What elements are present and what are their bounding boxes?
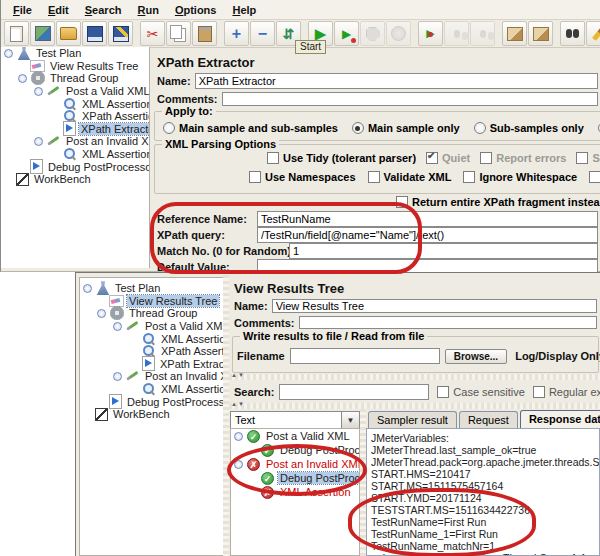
chevron-down-icon[interactable]: ▼ (341, 412, 359, 428)
tree-node-view-results-tree[interactable]: View Results Tree (1, 60, 149, 73)
expand-all-button[interactable]: + (224, 21, 249, 46)
result-node-post-invalid-xml[interactable]: ✗Post an Invalid XML (231, 457, 359, 471)
regular-exp-checkbox[interactable]: Regular exp. (533, 386, 600, 398)
filename-input[interactable] (290, 348, 440, 364)
start-no-pauses-icon: ▶ (342, 28, 351, 40)
expand-knob[interactable] (83, 284, 92, 293)
tree-node-test-plan[interactable]: Test Plan (1, 47, 149, 60)
tree-node-test-plan[interactable]: Test Plan (80, 282, 224, 295)
tab-sampler-result[interactable]: Sampler result (368, 411, 457, 428)
tab-response-data[interactable]: Response data (520, 410, 600, 428)
menu-run[interactable]: Run (129, 2, 166, 18)
horizontal-splitter-2[interactable]: ▲▼ (229, 403, 600, 409)
new-button[interactable] (4, 21, 29, 46)
comments-input[interactable] (299, 316, 597, 329)
templates-button[interactable] (30, 21, 55, 46)
radio-sub-only[interactable]: Sub-samples only (474, 122, 584, 134)
reference-name-input[interactable] (257, 211, 598, 227)
result-node-post-valid-xml[interactable]: ✓Post a Valid XML (231, 429, 359, 443)
menu-file[interactable]: File (5, 2, 40, 18)
response-line: TestRunName_matchNr=1 (367, 540, 599, 552)
menu-options[interactable]: Options (167, 2, 225, 18)
menu-edit[interactable]: Edit (40, 2, 77, 18)
xml-parsing-legend: XML Parsing Options (162, 138, 279, 150)
tree-node-post-valid-xml[interactable]: Post a Valid XML (80, 320, 224, 333)
search-reset-button[interactable] (586, 21, 600, 46)
use-namespaces-checkbox[interactable]: Use Namespaces (249, 171, 356, 183)
tree-node-workbench[interactable]: WorkBench (1, 173, 149, 186)
sampler-icon (47, 134, 61, 148)
tab-request[interactable]: Request (459, 411, 518, 428)
remote-start-all-button[interactable]: ▶ (418, 21, 443, 46)
assertion-icon (142, 382, 156, 396)
expand-knob[interactable] (97, 309, 106, 318)
tree-node-debug-postprocessor[interactable]: Debug PostProcessor (1, 160, 149, 173)
radio-main-and-sub[interactable]: Main sample and sub-samples (163, 122, 338, 134)
expand-knob[interactable] (113, 322, 122, 331)
tree-node-post-valid-xml[interactable]: Post a Valid XML (1, 85, 149, 98)
expand-knob[interactable] (34, 137, 43, 146)
clear-all-button[interactable] (528, 21, 553, 46)
splitter-arrows-icon[interactable]: ▲▼ (231, 401, 245, 407)
search-input[interactable] (279, 384, 429, 400)
view-mode-dropdown[interactable]: Text ▼ (230, 411, 360, 429)
collapse-all-button[interactable]: − (250, 21, 275, 46)
search-label: Search: (234, 386, 274, 398)
expand-knob[interactable] (234, 460, 243, 469)
tree-node-post-invalid-xml[interactable]: Post an Invalid XML (1, 135, 149, 148)
comments-input[interactable] (222, 92, 598, 106)
save-as-button[interactable] (108, 21, 133, 46)
fetch-dtds-checkbox[interactable]: Fetch external DTDs (589, 171, 600, 183)
match-no-input[interactable] (289, 243, 598, 259)
name-input[interactable] (195, 73, 598, 89)
new-file-icon (10, 26, 23, 42)
tree-node-xpath-extractor[interactable]: XPath Extractor (1, 123, 149, 136)
tree-node-thread-group[interactable]: Thread Group (1, 72, 149, 85)
case-sensitive-checkbox[interactable]: Case sensitive (437, 386, 525, 398)
validate-xml-checkbox[interactable]: Validate XML (368, 171, 452, 183)
horizontal-splitter[interactable]: ▲▼ (229, 374, 600, 380)
open-button[interactable] (56, 21, 81, 46)
tree-node-post-invalid-xml[interactable]: Post an Invalid XML (80, 370, 224, 383)
start-no-pauses-button[interactable]: ▶ (334, 21, 359, 46)
tree-node-xml-assertion-2[interactable]: XML Assertion (80, 383, 224, 396)
response-line: START.HMS=210417 (367, 468, 599, 480)
report-errors-checkbox: Report errors (480, 152, 566, 164)
name-input[interactable] (272, 299, 597, 313)
tree-node-xpath-extractor[interactable]: XPath Extractor (80, 358, 224, 371)
paste-button[interactable] (192, 21, 217, 46)
xpath-query-input[interactable] (257, 227, 598, 243)
result-node-xml-assertion[interactable]: ✗XML Assertion (231, 485, 359, 499)
ignore-whitespace-checkbox[interactable]: Ignore Whitespace (463, 171, 577, 183)
tree-node-xml-assertion[interactable]: XML Assertion (1, 97, 149, 110)
response-line: __jmeter.USER_TOKEN__=Thread Group 1-1 (367, 552, 599, 556)
expand-knob[interactable] (4, 49, 13, 58)
return-fragment-checkbox[interactable]: Return entire XPath fragment instead of … (396, 196, 600, 208)
tree-node-xml-assertion[interactable]: XML Assertion (80, 332, 224, 345)
copy-button[interactable] (166, 21, 191, 46)
tree-node-xml-assertion-2[interactable]: XML Assertion (1, 148, 149, 161)
expand-knob[interactable] (34, 87, 43, 96)
search-toolbar-button[interactable] (560, 21, 585, 46)
result-node-debug-postprocessor-2[interactable]: ✓Debug PostProcessor (231, 471, 359, 485)
expand-knob[interactable] (234, 432, 243, 441)
splitter-arrows-icon[interactable]: ▲▼ (231, 372, 245, 378)
test-plan-tree-2: Test Plan View Results Tree Thread Group… (79, 277, 225, 556)
browse-button[interactable]: Browse... (445, 349, 507, 364)
expand-knob[interactable] (113, 372, 122, 381)
save-button[interactable] (82, 21, 107, 46)
radio-main-only[interactable]: Main sample only (352, 122, 460, 134)
menu-help[interactable]: Help (224, 2, 264, 18)
tree-node-debug-postprocessor[interactable]: Debug PostProcessor (80, 395, 224, 408)
binoculars-icon (566, 29, 572, 38)
tree-node-workbench[interactable]: WorkBench (80, 408, 224, 421)
minus-icon: − (258, 26, 267, 42)
menu-search[interactable]: Search (77, 2, 130, 18)
use-tidy-checkbox[interactable]: Use Tidy (tolerant parser) (267, 152, 416, 164)
result-node-debug-postprocessor[interactable]: ✓Debug PostProcessor (231, 443, 359, 457)
expand-knob[interactable] (18, 74, 27, 83)
tree-node-view-results-tree[interactable]: View Results Tree (80, 295, 224, 308)
tree-node-thread-group[interactable]: Thread Group (80, 307, 224, 320)
clear-button[interactable] (502, 21, 527, 46)
cut-button[interactable]: ✂ (140, 21, 165, 46)
